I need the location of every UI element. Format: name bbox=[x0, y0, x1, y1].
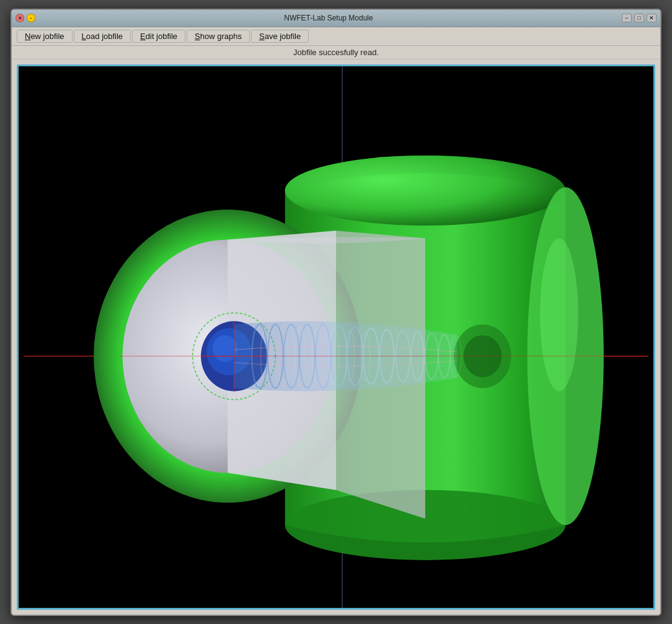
win-btn-minimize[interactable]: − bbox=[622, 14, 632, 22]
new-jobfile-button[interactable]: New jobfile bbox=[17, 30, 73, 43]
svg-point-7 bbox=[540, 238, 578, 391]
status-message: Jobfile succesfully read. bbox=[293, 48, 379, 57]
win-btn-close[interactable]: ✕ bbox=[647, 14, 657, 22]
load-jobfile-button[interactable]: Load jobfile bbox=[74, 30, 131, 43]
title-controls-left: ✕ − bbox=[15, 14, 35, 22]
status-bar: Jobfile succesfully read. bbox=[12, 46, 660, 59]
window-title: NWFET-Lab Setup Module bbox=[35, 14, 622, 22]
title-controls-right: − □ ✕ bbox=[622, 14, 657, 22]
win-btn-maximize[interactable]: □ bbox=[634, 14, 644, 22]
3d-viewport[interactable] bbox=[17, 64, 655, 610]
close-icon[interactable]: ✕ bbox=[15, 14, 24, 22]
title-bar: ✕ − NWFET-Lab Setup Module − □ ✕ bbox=[12, 10, 660, 27]
minimize-icon[interactable]: − bbox=[27, 14, 35, 22]
save-jobfile-button[interactable]: Save jobfile bbox=[251, 30, 309, 43]
main-window: ✕ − NWFET-Lab Setup Module − □ ✕ New job… bbox=[11, 9, 661, 616]
menu-bar: New jobfile Load jobfile Edit jobfile Sh… bbox=[12, 27, 660, 46]
scene-svg bbox=[19, 66, 653, 608]
edit-jobfile-button[interactable]: Edit jobfile bbox=[132, 30, 185, 43]
show-graphs-button[interactable]: Show graphs bbox=[187, 30, 250, 43]
svg-point-5 bbox=[285, 155, 565, 225]
